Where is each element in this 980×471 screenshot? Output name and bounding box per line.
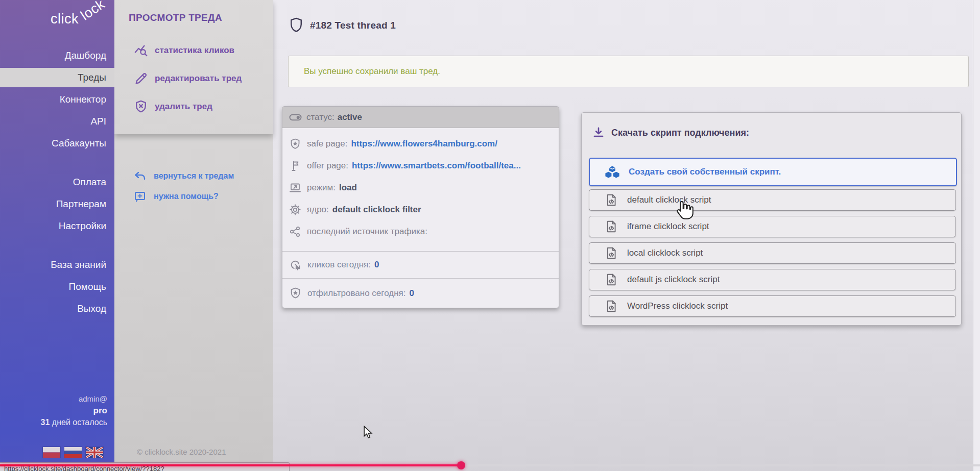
code-file-icon — [605, 193, 618, 207]
thread-links: вернуться к тредам нужна помощь? — [114, 168, 273, 209]
sidebar-nav: Дашборд Треды Коннектор API Сабакаунты О… — [0, 46, 114, 321]
app-window: click lock Дашборд Треды Коннектор API С… — [0, 0, 980, 471]
core-label: ядро: — [307, 205, 329, 215]
local-clicklock-script-label: local clicklock script — [627, 248, 703, 258]
download-card-header: Скачать скрипт подключения: — [592, 126, 749, 139]
russia-flag-icon[interactable] — [64, 447, 82, 458]
code-file-icon — [605, 220, 618, 233]
code-file-icon — [605, 246, 618, 260]
default-clicklock-script-button[interactable]: default clicklock script — [589, 189, 956, 211]
gear-icon — [289, 204, 301, 216]
sidebar-item-partners[interactable]: Партнерам — [0, 194, 114, 214]
poland-flag-icon[interactable] — [43, 447, 60, 458]
create-own-script-label: Создать свой собственный скрипт. — [629, 167, 781, 177]
sidebar-item-connector[interactable]: Коннектор — [0, 90, 114, 109]
account-days-left: 31 дней осталось — [0, 416, 107, 428]
last-traffic-source-label: последний источник трафика: — [307, 227, 427, 237]
local-clicklock-script-button[interactable]: local clicklock script — [589, 242, 956, 264]
stats-magnifier-icon — [134, 43, 148, 58]
status-label: статус: — [306, 112, 334, 122]
sidebar-item-knowledge-base[interactable]: База знаний — [0, 255, 114, 275]
shield-x-icon — [134, 100, 148, 114]
share-icon — [289, 226, 301, 238]
last-traffic-source-row: последний источник трафика: — [289, 224, 551, 239]
shield-star-icon — [289, 287, 302, 300]
video-progress-bar[interactable] — [0, 464, 980, 466]
account-email: admin@ — [0, 393, 107, 405]
iframe-clicklock-script-button[interactable]: iframe clicklock script — [589, 216, 956, 237]
sidebar-item-help[interactable]: Помощь — [0, 277, 114, 296]
iframe-clicklock-script-label: iframe clicklock script — [627, 221, 709, 232]
click-stats-button[interactable]: статистика кликов — [114, 40, 273, 61]
default-js-clicklock-script-button[interactable]: default js clicklock script — [589, 269, 956, 290]
scrollbar-track[interactable] — [973, 0, 980, 471]
filtered-today-value: 0 — [409, 288, 414, 299]
default-clicklock-script-label: default clicklock script — [627, 195, 711, 205]
clicks-today-value: 0 — [374, 260, 379, 270]
page-header: #182 Test thread 1 — [290, 17, 396, 34]
safe-page-row: safe page: https://www.flowers4hamburg.c… — [289, 136, 551, 152]
mode-row: режим: load — [289, 180, 551, 195]
offer-page-link[interactable]: https://www.smartbets.com/football/tea..… — [352, 161, 521, 171]
mode-value: load — [339, 183, 357, 193]
status-value: active — [338, 112, 362, 122]
need-help-link[interactable]: нужна помощь? — [114, 189, 273, 204]
download-scripts-card: Скачать скрипт подключения: Создать свой… — [581, 112, 962, 326]
pencil-icon — [134, 71, 148, 86]
sidebar-item-logout[interactable]: Выход — [0, 299, 114, 318]
cubes-icon — [604, 164, 620, 180]
logo-text-lock: lock — [78, 0, 108, 23]
clicks-today-row: кликов сегодня: 0 — [282, 251, 559, 278]
wordpress-clicklock-script-label: WordPress clicklock script — [627, 301, 728, 311]
offer-page-label: offer page: — [307, 161, 348, 171]
sidebar-item-payment[interactable]: Оплата — [0, 172, 114, 192]
video-progress-fill — [0, 464, 461, 466]
thread-status-card: статус: active safe page: https://www.fl… — [282, 106, 559, 308]
account-plan: pro — [0, 405, 107, 416]
back-to-threads-link[interactable]: вернуться к тредам — [114, 168, 273, 184]
laptop-arrow-icon — [289, 182, 301, 194]
filtered-today-label: отфильтровано сегодня: — [307, 288, 405, 299]
sidebar-item-dashboard[interactable]: Дашборд — [0, 46, 114, 65]
video-progress-handle[interactable] — [457, 461, 465, 469]
mode-label: режим: — [307, 183, 336, 193]
edit-thread-label: редактировать тред — [155, 73, 242, 84]
thread-panel: ПРОСМОТР ТРЕДА статистика кликов редакти… — [114, 0, 273, 471]
core-value: default clicklock filter — [332, 205, 421, 215]
clicks-today-label: кликов сегодня: — [307, 260, 371, 270]
undo-arrow-icon — [134, 170, 146, 182]
sidebar-item-subaccounts[interactable]: Сабакаунты — [0, 134, 114, 153]
sidebar-item-settings[interactable]: Настройки — [0, 216, 114, 236]
edit-thread-button[interactable]: редактировать тред — [114, 68, 273, 89]
code-file-icon — [605, 273, 618, 286]
status-card-rows: safe page: https://www.flowers4hamburg.c… — [282, 128, 559, 251]
download-card-title: Скачать скрипт подключения: — [611, 128, 749, 138]
sidebar: click lock Дашборд Треды Коннектор API С… — [0, 0, 114, 471]
delete-thread-button[interactable]: удалить тред — [114, 96, 273, 117]
clicklock-logo[interactable]: click lock — [0, 0, 114, 37]
delete-thread-label: удалить тред — [155, 102, 212, 112]
flag-icon — [289, 160, 301, 172]
success-alert-text: Вы успешно сохранили ваш тред. — [304, 66, 440, 77]
sidebar-item-api[interactable]: API — [0, 112, 114, 131]
safe-page-label: safe page: — [307, 139, 347, 149]
download-icon — [592, 126, 605, 139]
wordpress-clicklock-script-button[interactable]: WordPress clicklock script — [589, 295, 956, 317]
account-info: admin@ pro 31 дней осталось — [0, 393, 107, 428]
safe-page-link[interactable]: https://www.flowers4hamburg.com/ — [351, 139, 497, 149]
thread-panel-title: ПРОСМОТР ТРЕДА — [129, 12, 222, 23]
click-stats-label: статистика кликов — [155, 45, 234, 56]
code-file-icon — [605, 300, 618, 313]
create-own-script-button[interactable]: Создать свой собственный скрипт. — [589, 158, 957, 186]
statusbar-url-tooltip: https://clicklock.site/dashboard/connect… — [0, 462, 290, 471]
logo-text-click: click — [51, 11, 79, 27]
core-row: ядро: default clicklock filter — [289, 202, 551, 217]
click-cursor-icon — [289, 259, 302, 271]
sidebar-item-threads[interactable]: Треды — [0, 68, 114, 87]
shield-star-icon — [289, 138, 301, 150]
uk-flag-icon[interactable] — [86, 447, 103, 458]
thread-actions: статистика кликов редактировать тред уда… — [114, 40, 273, 124]
toggle-icon — [289, 113, 302, 122]
shield-icon — [290, 17, 303, 34]
status-card-header: статус: active — [282, 107, 559, 128]
